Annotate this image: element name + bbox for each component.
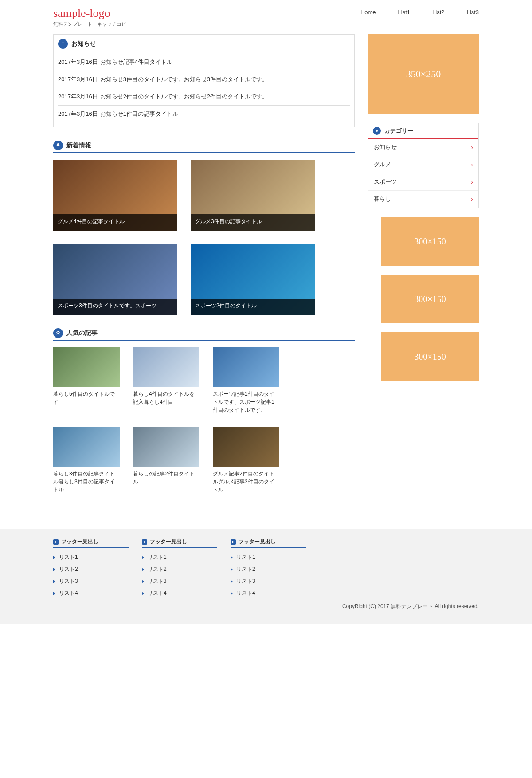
chevron-right-icon: ›: [471, 161, 473, 168]
header: sample-logo 無料テンプレート・キャッチコピー Home List1 …: [53, 4, 479, 34]
category-heading-text: カテゴリー: [384, 127, 413, 135]
latest-heading-text: 新着情報: [66, 141, 91, 149]
footer-heading-text: フッター見出し: [239, 538, 276, 546]
news-date: 2017年3月16日: [58, 76, 98, 83]
latest-grid: グルメ4件目の記事タイトル グルメ3件目の記事タイトル スポーツ3件目のタイトル…: [53, 160, 355, 315]
site-logo[interactable]: sample-logo: [53, 7, 131, 20]
chevron-right-icon: ›: [471, 144, 473, 151]
category-item[interactable]: グルメ›: [368, 156, 478, 173]
footer-heading: フッター見出し: [231, 538, 306, 548]
latest-card[interactable]: スポーツ2件目のタイトル: [191, 244, 315, 315]
popular-heading: 人気の記事: [53, 328, 355, 341]
news-date: 2017年3月16日: [58, 110, 98, 117]
sidebar-ad-350[interactable]: 350×250: [368, 34, 479, 114]
card-caption: グルメ3件目の記事タイトル: [191, 214, 315, 231]
popular-title: グルメ記事2件目のタイトルグルメ記事2件目のタイトル: [213, 470, 279, 494]
nav-list1[interactable]: List1: [398, 9, 410, 16]
popular-title: 暮らし3件目の記事タイトル暮らし3件目の記事タイトル: [53, 470, 120, 494]
footer-link[interactable]: リスト4: [231, 587, 306, 599]
popular-item[interactable]: 暮らしの記事2件目タイトル: [133, 427, 200, 494]
tagline: 無料テンプレート・キャッチコピー: [53, 21, 131, 28]
footer-link[interactable]: リスト3: [231, 575, 306, 587]
footer-col: フッター見出し リスト1 リスト2 リスト3 リスト4: [142, 538, 217, 599]
sidebar: 350×250 カテゴリー お知らせ› グルメ› スポーツ› 暮らし› 300×…: [368, 34, 479, 507]
footer-col: フッター見出し リスト1 リスト2 リスト3 リスト4: [53, 538, 129, 599]
popular-section: 人気の記事 暮らし5件目のタイトルです 暮らし4件目のタイトルを記入暮らし4件目…: [53, 328, 355, 494]
chevron-right-icon: ›: [471, 178, 473, 185]
news-date: 2017年3月16日: [58, 59, 98, 65]
footer-list: リスト1 リスト2 リスト3 リスト4: [231, 551, 306, 599]
logo-area: sample-logo 無料テンプレート・キャッチコピー: [53, 7, 131, 28]
news-date: 2017年3月16日: [58, 93, 98, 100]
footer-link[interactable]: リスト3: [53, 575, 129, 587]
arrow-icon: [53, 539, 59, 545]
arrow-icon: [142, 539, 147, 545]
category-item[interactable]: お知らせ›: [368, 139, 478, 156]
card-caption: グルメ4件目の記事タイトル: [53, 214, 177, 231]
news-title: お知らせ3件目のタイトルです。お知らせ3件目のタイトルです。: [100, 76, 268, 83]
footer-link[interactable]: リスト3: [142, 575, 217, 587]
main-nav: Home List1 List2 List3: [360, 7, 479, 16]
latest-heading: 新着情報: [53, 141, 355, 153]
news-title: お知らせ1件目の記事タイトル: [100, 110, 178, 117]
footer-link[interactable]: リスト1: [142, 551, 217, 563]
popular-item[interactable]: グルメ記事2件目のタイトルグルメ記事2件目のタイトル: [213, 427, 279, 494]
popular-image: [53, 347, 120, 387]
popular-item[interactable]: 暮らし5件目のタイトルです: [53, 347, 120, 414]
news-item[interactable]: 2017年3月16日お知らせ3件目のタイトルです。お知らせ3件目のタイトルです。: [58, 71, 350, 88]
news-item[interactable]: 2017年3月16日お知らせ2件目のタイトルです。お知らせ2件目のタイトルです。: [58, 88, 350, 106]
sidebar-ad-300[interactable]: 300×150: [381, 332, 479, 381]
category-list: お知らせ› グルメ› スポーツ› 暮らし›: [368, 139, 478, 208]
bell-icon: [53, 141, 63, 150]
sidebar-ad-300[interactable]: 300×150: [381, 275, 479, 323]
category-label: 暮らし: [374, 195, 391, 203]
category-label: グルメ: [374, 161, 391, 169]
news-title: お知らせ記事4件目タイトル: [100, 59, 172, 65]
category-heading: カテゴリー: [368, 123, 478, 139]
nav-home[interactable]: Home: [360, 9, 376, 16]
popular-image: [133, 347, 200, 387]
popular-item[interactable]: 暮らし4件目のタイトルを記入暮らし4件目: [133, 347, 200, 414]
main-column: お知らせ 2017年3月16日お知らせ記事4件目タイトル 2017年3月16日お…: [53, 34, 355, 507]
chevron-up-icon: [53, 328, 63, 338]
nav-list3[interactable]: List3: [467, 9, 479, 16]
footer-columns: フッター見出し リスト1 リスト2 リスト3 リスト4 フッター見出し リスト1…: [49, 538, 483, 599]
svg-rect-1: [63, 43, 63, 46]
svg-point-2: [376, 130, 378, 132]
popular-item[interactable]: 暮らし3件目の記事タイトル暮らし3件目の記事タイトル: [53, 427, 120, 494]
footer-link[interactable]: リスト2: [231, 563, 306, 575]
popular-title: 暮らし5件目のタイトルです: [53, 390, 120, 406]
news-heading: お知らせ: [58, 39, 350, 51]
category-item[interactable]: 暮らし›: [368, 191, 478, 208]
footer-heading: フッター見出し: [53, 538, 129, 548]
footer-link[interactable]: リスト1: [53, 551, 129, 563]
category-box: カテゴリー お知らせ› グルメ› スポーツ› 暮らし›: [368, 123, 479, 208]
latest-card[interactable]: グルメ3件目の記事タイトル: [191, 160, 315, 231]
popular-image: [133, 427, 200, 467]
card-caption: スポーツ3件目のタイトルです。スポーツ: [53, 299, 177, 315]
nav-list2[interactable]: List2: [432, 9, 444, 16]
footer-link[interactable]: リスト2: [53, 563, 129, 575]
sidebar-ad-300[interactable]: 300×150: [381, 217, 479, 266]
copyright: CopyRight (C) 2017 無料テンプレート All rights r…: [49, 603, 483, 610]
category-item[interactable]: スポーツ›: [368, 173, 478, 191]
news-title: お知らせ2件目のタイトルです。お知らせ2件目のタイトルです。: [100, 93, 268, 100]
footer-link[interactable]: リスト4: [142, 587, 217, 599]
footer-list: リスト1 リスト2 リスト3 リスト4: [53, 551, 129, 599]
news-section: お知らせ 2017年3月16日お知らせ記事4件目タイトル 2017年3月16日お…: [53, 34, 355, 127]
news-item[interactable]: 2017年3月16日お知らせ記事4件目タイトル: [58, 54, 350, 71]
popular-title: 暮らしの記事2件目タイトル: [133, 470, 200, 486]
popular-item[interactable]: スポーツ記事1件目のタイトルです、スポーツ記事1件目のタイトルです、: [213, 347, 279, 414]
news-item[interactable]: 2017年3月16日お知らせ1件目の記事タイトル: [58, 106, 350, 122]
popular-heading-text: 人気の記事: [66, 329, 98, 337]
info-icon: [58, 39, 68, 49]
footer-heading-text: フッター見出し: [61, 538, 98, 546]
footer-link[interactable]: リスト2: [142, 563, 217, 575]
latest-card[interactable]: スポーツ3件目のタイトルです。スポーツ: [53, 244, 177, 315]
footer-link[interactable]: リスト4: [53, 587, 129, 599]
latest-card[interactable]: グルメ4件目の記事タイトル: [53, 160, 177, 231]
popular-image: [213, 347, 279, 387]
popular-image: [53, 427, 120, 467]
svg-point-0: [63, 42, 64, 43]
footer-link[interactable]: リスト1: [231, 551, 306, 563]
